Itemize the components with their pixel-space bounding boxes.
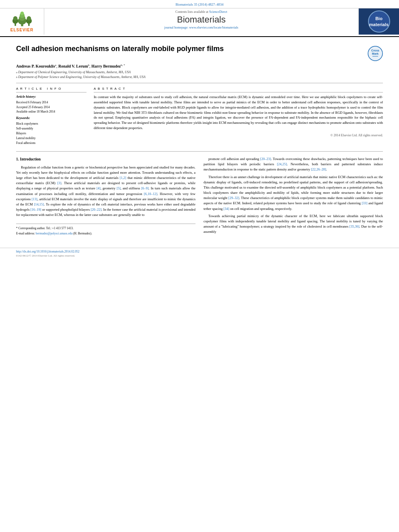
- journal-header: Biomaterials 35 (2014) 4827–4834 ELSEVIE…: [0, 0, 399, 37]
- contents-line: Contents lists available at ScienceDirec…: [48, 10, 354, 14]
- history-label: Article history:: [16, 94, 86, 99]
- article-title-section: Cell adhesion mechanisms on laterally mo…: [16, 44, 383, 61]
- header-row: ELSEVIER Contents lists available at Sci…: [0, 8, 399, 35]
- svg-text:Cross: Cross: [371, 49, 379, 52]
- section-1-heading: 1. Introduction: [16, 156, 195, 162]
- main-text-columns: 1. Introduction Regulation of cellular f…: [16, 156, 383, 236]
- main-col-right: promote cell adhesion and spreading [20–…: [204, 156, 383, 236]
- date-online: Available online 18 March 2014: [16, 109, 86, 114]
- svg-point-7: [13, 16, 17, 21]
- date-received: Received 6 February 2014: [16, 100, 86, 105]
- keywords-list: Block copolymers Self-assembly Bilayers …: [16, 121, 86, 146]
- intro-para-1: Regulation of cellular function from a g…: [16, 165, 195, 218]
- intro-para-right-1: promote cell adhesion and spreading [20–…: [204, 156, 383, 173]
- header-center: Contents lists available at ScienceDirec…: [44, 8, 359, 35]
- svg-point-4: [20, 12, 24, 15]
- keyword-1: Block copolymers: [16, 121, 86, 126]
- journal-logo-box: Biomaterials: [359, 8, 399, 35]
- author-3: Harry Bermudez: [91, 64, 121, 68]
- svg-rect-8: [28, 23, 30, 26]
- date-accepted: Accepted 25 February 2014: [16, 105, 86, 109]
- article-dates: Received 6 February 2014 Accepted 25 Feb…: [16, 100, 86, 114]
- author-2: Ronald V. Lerum: [58, 64, 88, 68]
- journal-citation: Biomaterials 35 (2014) 4827–4834: [0, 2, 399, 6]
- issn-line: 0142-9612/© 2014 Elsevier Ltd. All right…: [16, 254, 80, 257]
- svg-text:Mark: Mark: [372, 52, 378, 55]
- crossmark-icon: Cross Mark: [368, 46, 383, 61]
- journal-logo-circle: Biomaterials: [368, 10, 390, 33]
- footnote-2: E-mail address: bermudez@polysci.umass.e…: [16, 231, 195, 236]
- svg-rect-5: [14, 23, 16, 26]
- footnote-area: * Corresponding author. Tel.: +1 413 577…: [16, 224, 195, 236]
- keyword-3: Bilayers: [16, 131, 86, 136]
- affiliation-a: a Department of Chemical Engineering, Un…: [16, 70, 383, 75]
- svg-point-10: [27, 16, 31, 21]
- article-info-label: A R T I C L E I N F O: [16, 86, 86, 92]
- abstract-col: A B S T R A C T In contrast with the maj…: [94, 86, 383, 146]
- main-col-left: 1. Introduction Regulation of cellular f…: [16, 156, 195, 236]
- keyword-2: Self-assembly: [16, 126, 86, 131]
- authors-line: Andreas P. Kourouklisa, Ronald V. Lerumb…: [16, 64, 383, 68]
- abstract-label: A B S T R A C T: [94, 86, 383, 92]
- elsevier-tree-icon: [10, 11, 34, 27]
- journal-title-main: Biomaterials: [48, 14, 354, 25]
- homepage-line: journal homepage: www.elsevier.com/locat…: [48, 26, 354, 29]
- article-body: Cell adhesion mechanisms on laterally mo…: [0, 37, 399, 244]
- article-title: Cell adhesion mechanisms on laterally mo…: [16, 44, 364, 53]
- elsevier-text: ELSEVIER: [10, 28, 33, 32]
- info-abstract-row: A R T I C L E I N F O Article history: R…: [16, 83, 383, 146]
- section-divider: [16, 151, 383, 152]
- copyright-line: © 2014 Elsevier Ltd. All rights reserved…: [94, 133, 383, 138]
- footnote-1: * Corresponding author. Tel.: +1 413 577…: [16, 226, 195, 230]
- keyword-5: Focal adhesions: [16, 141, 86, 146]
- article-info-col: A R T I C L E I N F O Article history: R…: [16, 86, 86, 146]
- author-1: Andreas P. Kourouklis: [16, 64, 55, 68]
- keywords-label: Keywords:: [16, 116, 86, 121]
- doi-section: http://dx.doi.org/10.1016/j.biomaterials…: [16, 250, 80, 257]
- abstract-text: In contrast with the majority of substra…: [94, 94, 383, 130]
- journal-logo-inner: Biomaterials: [369, 16, 389, 27]
- keyword-4: Lateral mobility: [16, 136, 86, 141]
- elsevier-logo: ELSEVIER: [0, 8, 44, 35]
- doi-link[interactable]: http://dx.doi.org/10.1016/j.biomaterials…: [16, 250, 80, 253]
- affiliation-b: b Department of Polymer Science and Engi…: [16, 75, 383, 80]
- bottom-bar: http://dx.doi.org/10.1016/j.biomaterials…: [0, 248, 399, 261]
- intro-para-right-2: Therefore there is an unmet challenge in…: [204, 175, 383, 212]
- intro-para-right-3: Towards achieving partial mimicry of the…: [204, 214, 383, 235]
- affiliations: a Department of Chemical Engineering, Un…: [16, 70, 383, 80]
